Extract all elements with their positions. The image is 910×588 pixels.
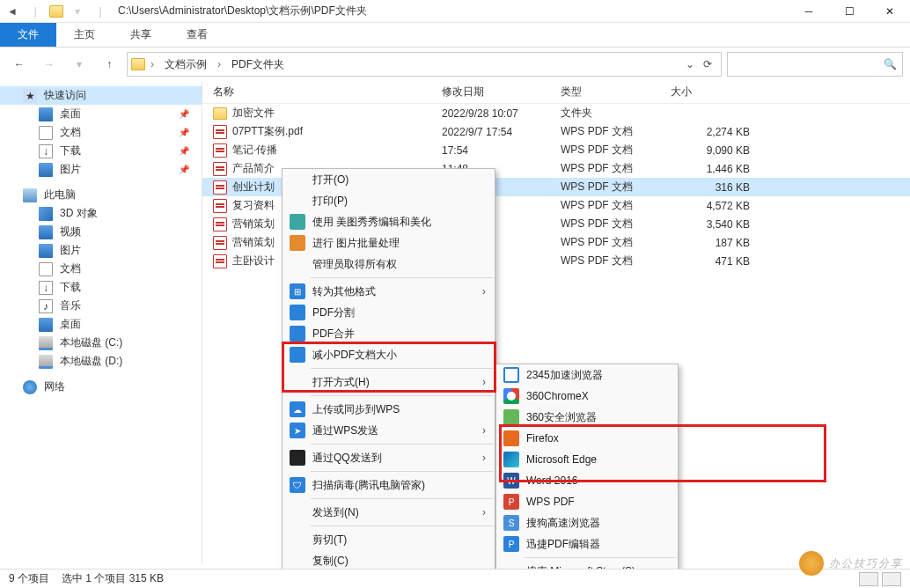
sidebar-disk-c[interactable]: 本地磁盘 (C:) (0, 334, 202, 352)
file-name: 产品简介 (232, 161, 275, 176)
firefox-icon (503, 430, 519, 446)
file-row[interactable]: 笔记·传播17:54WPS PDF 文档9,090 KB (202, 141, 910, 159)
menu-open-with[interactable]: 打开方式(H)› (283, 371, 495, 393)
col-type[interactable]: 类型 (561, 85, 671, 99)
column-headers[interactable]: 名称 修改日期 类型 大小 (202, 81, 910, 104)
chevron-right-icon: › (482, 506, 486, 518)
file-type: WPS PDF 文档 (561, 254, 671, 268)
menu-send-to[interactable]: 发送到(N)› (283, 502, 495, 523)
openwith-wpspdf[interactable]: PWPS PDF (496, 491, 678, 512)
sidebar-network[interactable]: 网络 (0, 378, 202, 396)
sidebar-music[interactable]: ♪音乐 (0, 297, 202, 315)
file-name: 营销策划 (232, 217, 275, 232)
menu-label: 剪切(T) (312, 533, 347, 548)
openwith-word[interactable]: WWord 2016 (496, 470, 678, 491)
openwith-2345[interactable]: 2345加速浏览器 (496, 364, 678, 386)
status-selection: 选中 1 个项目 315 KB (62, 571, 164, 586)
sidebar-item-label: 视频 (60, 224, 81, 239)
menu-meitu[interactable]: 使用 美图秀秀编辑和美化 (283, 211, 495, 232)
collapse-handle-icon[interactable]: ⌃ (106, 0, 113, 3)
sidebar-downloads2[interactable]: ↓下载 (0, 278, 202, 297)
sidebar-videos[interactable]: 视频 (0, 223, 202, 241)
sidebar-item-label: 桌面 (60, 107, 81, 121)
menu-batch[interactable]: 进行 图片批量处理 (283, 232, 495, 254)
menu-merge[interactable]: PDF合并 (283, 323, 495, 344)
wps-icon: P (503, 494, 519, 510)
menu-split[interactable]: PDF分割 (283, 302, 495, 323)
nav-back-icon[interactable]: ← (7, 52, 32, 77)
nav-forward-icon[interactable]: → (37, 52, 62, 77)
breadcrumb-seg[interactable]: PDF文件夹 (226, 57, 290, 72)
breadcrumb-seg[interactable]: 文档示例 (159, 57, 212, 72)
file-row[interactable]: 加密文件2022/9/28 10:07文件夹 (202, 104, 910, 122)
sidebar-desktop2[interactable]: 桌面 (0, 315, 202, 334)
minimize-button[interactable]: ─ (789, 0, 829, 23)
openwith-xunjie[interactable]: P迅捷PDF编辑器 (496, 533, 678, 555)
menu-wps-send[interactable]: ➤通过WPS发送› (283, 420, 495, 441)
menu-open[interactable]: 打开(O) (283, 169, 495, 190)
sidebar-documents2[interactable]: 文档 (0, 260, 202, 278)
sidebar-item-label: 下载 (60, 143, 81, 158)
dropdown-icon[interactable]: ⌄ (686, 58, 694, 70)
sidebar-documents[interactable]: 文档📌 (0, 123, 202, 142)
title-bar: ◄ | ▾ | C:\Users\Administrator\Desktop\文… (0, 0, 910, 23)
sidebar-desktop[interactable]: 桌面📌 (0, 105, 202, 123)
breadcrumb[interactable]: › 文档示例 › PDF文件夹 ⌄ ⟳ (127, 52, 722, 77)
chevron-right-icon: › (482, 285, 486, 298)
sidebar-pictures[interactable]: 图片📌 (0, 160, 202, 179)
file-row[interactable]: 07PTT案例.pdf2022/9/7 17:54WPS PDF 文档2,274… (202, 122, 910, 141)
close-button[interactable]: ✕ (870, 0, 910, 23)
down-icon[interactable]: ▾ (69, 3, 86, 20)
back-small-icon[interactable]: ◄ (4, 3, 21, 20)
pdf-icon (213, 254, 227, 268)
menu-convert[interactable]: ⊞转为其他格式› (283, 281, 495, 302)
menu-scan[interactable]: 🛡扫描病毒(腾讯电脑管家) (283, 474, 495, 496)
menu-admin[interactable]: 管理员取得所有权 (283, 254, 495, 275)
menu-cut[interactable]: 剪切(T) (283, 529, 495, 550)
openwith-360safe[interactable]: 360安全浏览器 (496, 407, 678, 428)
tab-home[interactable]: 主页 (56, 23, 113, 47)
nav-up-icon[interactable]: ↑ (97, 52, 121, 77)
chevron-right-icon[interactable]: › (147, 58, 158, 70)
desktop-icon (39, 107, 53, 121)
chevron-right-icon[interactable]: › (214, 58, 224, 70)
qq-icon (290, 450, 305, 466)
menu-print[interactable]: 打印(P) (283, 190, 495, 211)
openwith-edge[interactable]: Microsoft Edge (496, 449, 678, 470)
file-size: 471 KB (671, 255, 750, 268)
menu-label: 通过WPS发送 (312, 423, 378, 438)
tab-view[interactable]: 查看 (169, 23, 225, 47)
grid-icon: ⊞ (290, 283, 305, 299)
pictures-icon (39, 244, 53, 258)
tab-file[interactable]: 文件 (0, 23, 56, 47)
menu-label: 转为其他格式 (312, 284, 376, 299)
chrome-icon (503, 388, 519, 404)
browser-icon (503, 367, 519, 383)
file-type: WPS PDF 文档 (561, 143, 671, 158)
col-date[interactable]: 修改日期 (442, 85, 561, 99)
maximize-button[interactable]: ☐ (829, 0, 870, 23)
openwith-360chromex[interactable]: 360ChromeX (496, 386, 678, 407)
tab-share[interactable]: 共享 (113, 23, 169, 47)
sidebar-downloads[interactable]: ↓下载📌 (0, 142, 202, 160)
col-size[interactable]: 大小 (671, 85, 750, 99)
sidebar-pictures2[interactable]: 图片 (0, 241, 202, 260)
nav-recent-icon[interactable]: ▾ (67, 52, 92, 77)
sidebar-item-label: 音乐 (60, 298, 81, 313)
menu-reduce[interactable]: 减小PDF文档大小 (283, 344, 495, 365)
col-name[interactable]: 名称 (213, 85, 442, 99)
openwith-firefox[interactable]: Firefox (496, 428, 678, 449)
menu-separator (525, 557, 676, 558)
search-input[interactable]: 🔍 (727, 52, 903, 77)
menu-qq-send[interactable]: 通过QQ发送到› (283, 447, 495, 468)
sidebar-quick-access[interactable]: ★快速访问 (0, 86, 202, 105)
openwith-sogou[interactable]: S搜狗高速浏览器 (496, 512, 678, 533)
sidebar-this-pc[interactable]: 此电脑 (0, 186, 202, 204)
menu-wps-upload[interactable]: ☁上传或同步到WPS (283, 399, 495, 420)
sidebar-item-label: 快速访问 (44, 88, 86, 103)
sidebar-3d-objects[interactable]: 3D 对象 (0, 204, 202, 223)
refresh-icon[interactable]: ⟳ (703, 58, 712, 70)
sidebar-disk-d[interactable]: 本地磁盘 (D:) (0, 352, 202, 371)
pdf-icon (213, 199, 227, 213)
file-name: 07PTT案例.pdf (232, 124, 303, 139)
